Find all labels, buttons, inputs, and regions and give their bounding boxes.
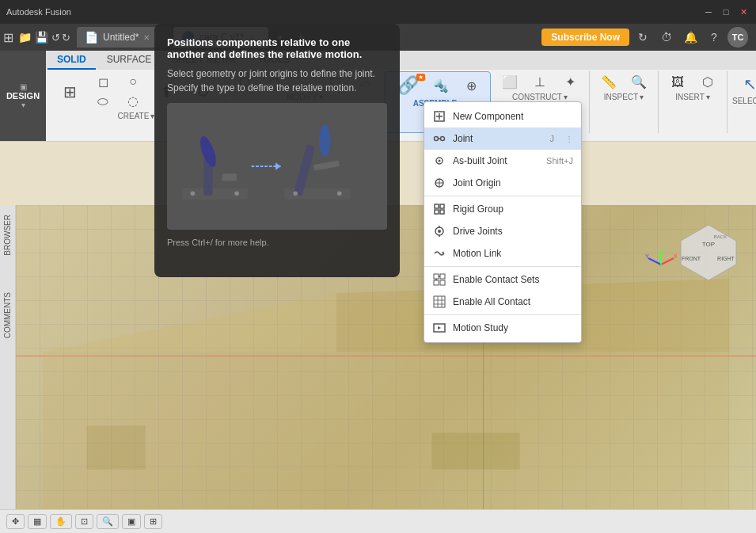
left-sidebar: BROWSER COMMENTS [0, 205, 16, 509]
tab-untitled-close[interactable]: ✕ [143, 33, 150, 42]
inspect-tools-row: 📏 🔍 [595, 73, 653, 91]
menu-item-new-component[interactable]: New Component [424, 105, 581, 128]
construct-plane-btn[interactable]: ⬜ [496, 73, 524, 91]
tab-surface[interactable]: SURFACE [97, 51, 161, 70]
svg-point-37 [439, 160, 441, 162]
create-cylinder-btn[interactable]: ⬭ [89, 93, 117, 110]
construct-label: CONSTRUCT ▾ [512, 93, 568, 101]
status-bar: ✥ ▦ ✋ ⊡ 🔍 ▣ ⊞ [0, 509, 756, 533]
design-label: DESIGN [6, 91, 40, 101]
insert-label: INSERT ▾ [675, 93, 710, 101]
menu-item-joint-origin[interactable]: Joint Origin [424, 172, 581, 194]
maximize-button[interactable]: □ [720, 6, 732, 18]
insert-mesh-btn[interactable]: ⬡ [693, 73, 722, 91]
user-avatar[interactable]: TC [728, 27, 748, 48]
enable-contact-sets-label: Enable Contact Sets [453, 274, 539, 285]
svg-marker-5 [681, 225, 736, 280]
rigid-group-label: Rigid Group [453, 204, 503, 215]
svg-text:Y: Y [645, 253, 649, 259]
torus-icon: ◌ [127, 93, 139, 109]
menu-item-motion-link[interactable]: Motion Link [424, 242, 581, 265]
svg-marker-2 [43, 293, 336, 352]
svg-marker-29 [275, 162, 280, 169]
menu-item-motion-study[interactable]: Motion Study [424, 317, 581, 339]
create-sphere-btn[interactable]: ○ [119, 73, 147, 90]
joint-origin-label: Joint Origin [453, 177, 501, 188]
create-box-btn[interactable]: ◻ [89, 73, 117, 91]
clock-button[interactable]: ⏱ [656, 27, 677, 48]
construct-tools-row: ⬜ ⊥ ✦ [496, 73, 584, 91]
file-icon[interactable]: 📁 [18, 31, 32, 44]
refresh-button[interactable]: ↻ [633, 27, 653, 48]
measure-icon: 📏 [601, 74, 617, 89]
assemble-as-built-btn[interactable]: 🔩 [427, 77, 455, 95]
menu-item-enable-contact-sets[interactable]: Enable Contact Sets [424, 268, 581, 291]
status-zoom-btn[interactable]: 🔍 [97, 514, 119, 529]
status-zoom-extent-btn[interactable]: ⊡ [75, 514, 93, 529]
svg-text:TOP: TOP [702, 241, 715, 248]
menu-item-rigid-group[interactable]: Rigid Group [424, 198, 581, 220]
tab-solid[interactable]: SOLID [47, 51, 96, 70]
select-cursor-btn[interactable]: ↖ [736, 73, 756, 95]
tooltip-body: Select geometry or joint origins to defi… [167, 67, 387, 95]
comments-tab[interactable]: COMMENTS [2, 286, 13, 345]
create-new-component-btn[interactable]: ⊞ [52, 81, 87, 103]
browser-tab[interactable]: BROWSER [2, 208, 13, 262]
menu-item-as-built-joint[interactable]: As-built Joint Shift+J [424, 150, 581, 172]
svg-point-34 [441, 137, 445, 141]
tab-untitled-icon: 📄 [85, 31, 98, 44]
top-right-icons: Subscribe Now ↻ ⏱ 🔔 ? TC [535, 27, 753, 48]
sphere-icon: ○ [129, 74, 137, 89]
inspect-section-btn[interactable]: 🔍 [625, 73, 653, 91]
app-grid-icon[interactable]: ⊞ [3, 30, 13, 45]
svg-line-10 [661, 258, 674, 265]
svg-line-11 [648, 258, 661, 265]
construct-point-btn[interactable]: ✦ [556, 73, 584, 91]
insert-image-icon: 🖼 [671, 75, 684, 89]
as-built-icon: 🔩 [433, 78, 449, 93]
help-button[interactable]: ? [704, 27, 724, 48]
construct-dropdown-icon[interactable]: ▾ [564, 93, 568, 101]
close-button[interactable]: ✕ [737, 6, 750, 18]
menu-item-joint[interactable]: Joint J ⋮ [424, 128, 581, 150]
inspect-measure-btn[interactable]: 📏 [595, 73, 623, 91]
status-grid-btn[interactable]: ▦ [28, 514, 47, 529]
subscribe-button[interactable]: Subscribe Now [541, 29, 629, 46]
notifications-button[interactable]: 🔔 [680, 27, 701, 48]
menu-item-enable-all-contact[interactable]: Enable All Contact [424, 291, 581, 313]
svg-marker-62 [438, 326, 441, 329]
svg-rect-50 [434, 274, 439, 279]
svg-point-46 [438, 230, 441, 233]
nav-cube[interactable]: TOP RIGHT FRONT BACK [677, 221, 740, 284]
menu-item-drive-joints[interactable]: Drive Joints [424, 220, 581, 242]
tooltip-title: Positions components relative to one ano… [167, 36, 387, 60]
svg-point-27 [337, 192, 342, 196]
redo-icon[interactable]: ↻ [62, 32, 70, 44]
drive-joints-label: Drive Joints [453, 226, 503, 237]
status-move-btn[interactable]: ✥ [6, 514, 25, 529]
assemble-tools-row: 🔗 ★ 🔩 ⊕ [390, 74, 485, 97]
svg-point-21 [234, 192, 239, 196]
design-dropdown[interactable]: ▣ DESIGN ▾ [0, 51, 46, 141]
insert-image-btn[interactable]: 🖼 [663, 74, 692, 91]
save-icon[interactable]: 💾 [35, 31, 48, 44]
rigid-group-menu-icon [432, 202, 446, 216]
minimize-button[interactable]: ─ [702, 6, 715, 18]
construct-axis-btn[interactable]: ⊥ [526, 73, 554, 91]
status-grid2-btn[interactable]: ⊞ [144, 514, 162, 529]
joint-origin-menu-icon [432, 176, 446, 190]
enable-all-contact-menu-icon [432, 295, 446, 309]
cursor-icon: ↖ [743, 74, 756, 93]
insert-dropdown-icon[interactable]: ▾ [706, 93, 710, 101]
svg-point-24 [319, 124, 331, 157]
status-display-btn[interactable]: ▣ [122, 514, 141, 529]
inspect-dropdown-icon[interactable]: ▾ [640, 93, 644, 101]
undo-icon[interactable]: ↺ [51, 32, 60, 44]
motion-link-label: Motion Link [453, 248, 501, 259]
status-pan-btn[interactable]: ✋ [50, 514, 72, 529]
create-torus-btn[interactable]: ◌ [119, 92, 147, 110]
joint-illustration-svg [167, 103, 387, 230]
svg-point-18 [197, 135, 219, 169]
assemble-contact-btn[interactable]: ⊕ [457, 77, 485, 95]
tooltip-popup: Positions components relative to one ano… [154, 24, 400, 277]
